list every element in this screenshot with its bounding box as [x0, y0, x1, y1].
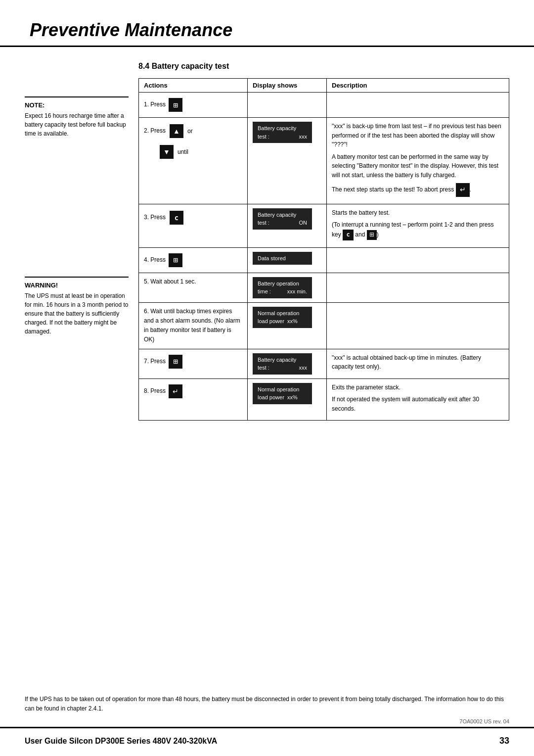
action-cell: 8. Press ↵	[139, 378, 248, 421]
grid-icon-inline: ⊞	[367, 230, 377, 240]
footer-guide-text: User Guide Silcon DP300E Series 480V 240…	[25, 737, 217, 746]
desc-cell: Starts the battery test. (To interrupt a…	[327, 204, 509, 247]
sidebar: NOTE: Expect 16 hours recharge time afte…	[25, 57, 138, 685]
instructions-table: Actions Display shows Description 1. Pre…	[138, 78, 509, 421]
action-cell: 7. Press ⊞	[139, 349, 248, 378]
table-row: 1. Press ⊞	[139, 93, 509, 118]
col-header-display: Display shows	[248, 79, 327, 93]
enter-icon: ↵	[169, 384, 182, 398]
table-row: 4. Press ⊞ Data stored	[139, 247, 509, 273]
table-row: 5. Wait about 1 sec. Battery operation t…	[139, 273, 509, 302]
c-key-icon: c	[170, 211, 183, 225]
note-block: NOTE: Expect 16 hours recharge time afte…	[25, 96, 129, 138]
display-cell: Normal operation load power xx%	[248, 302, 327, 349]
page-title-section: Preventive Maintenance	[0, 0, 534, 47]
display-badge: Normal operation load power xx%	[253, 383, 312, 404]
main-content: NOTE: Expect 16 hours recharge time afte…	[0, 57, 534, 685]
display-badge: Battery capacity test :xxx	[253, 122, 312, 143]
col-header-actions: Actions	[139, 79, 248, 93]
display-badge: Battery capacity test :xxx	[253, 353, 312, 375]
footer-text-area: If the UPS has to be taken out of operat…	[0, 685, 534, 718]
table-row: 8. Press ↵ Normal operation load power x…	[139, 378, 509, 421]
enter-icon-inline: ↵	[456, 183, 470, 197]
action-cell: 1. Press ⊞	[139, 93, 248, 118]
display-cell: Battery capacity test :xxx	[248, 118, 327, 204]
grid-icon: ⊞	[169, 355, 182, 369]
note-title: NOTE:	[25, 101, 129, 109]
display-cell: Data stored	[248, 247, 327, 273]
table-row: 2. Press ▲ or ▼ until	[139, 118, 509, 204]
grid-icon: ⊞	[169, 98, 182, 112]
warning-title: WARNING!	[25, 282, 129, 289]
desc-cell	[327, 93, 509, 118]
display-cell: Normal operation load power xx%	[248, 378, 327, 421]
arrow-down-icon: ▼	[160, 145, 174, 159]
desc-cell: "xxx" is actual obtained back-up time in…	[327, 349, 509, 378]
note-text: Expect 16 hours recharge time after a ba…	[25, 111, 129, 138]
col-header-desc: Description	[327, 79, 509, 93]
c-icon-inline: c	[343, 230, 354, 240]
desc-cell: "xxx" is back-up time from last test – i…	[327, 118, 509, 204]
footer-page-number: 33	[499, 736, 509, 746]
display-cell: Battery capacity test :xxx	[248, 349, 327, 378]
display-badge: Battery capacity test :ON	[253, 208, 312, 230]
display-badge: Normal operation load power xx%	[253, 307, 312, 328]
display-cell: Battery capacity test :ON	[248, 204, 327, 247]
footer-ref: 7OA0002 US rev. 04	[0, 718, 534, 724]
table-row: 6. Wait until backup times expires and a…	[139, 302, 509, 349]
right-content: 8.4 Battery capacity test Actions Displa…	[138, 57, 509, 685]
action-cell: 3. Press c	[139, 204, 248, 247]
page-footer: User Guide Silcon DP300E Series 480V 240…	[0, 727, 534, 756]
footer-paragraph: If the UPS has to be taken out of operat…	[25, 695, 509, 713]
action-cell: 4. Press ⊞	[139, 247, 248, 273]
display-cell	[248, 93, 327, 118]
display-cell: Battery operation time :xxx min.	[248, 273, 327, 302]
table-row: 7. Press ⊞ Battery capacity test :xxx	[139, 349, 509, 378]
grid-icon: ⊞	[169, 253, 182, 267]
display-badge: Battery operation time :xxx min.	[253, 277, 312, 298]
action-cell: 2. Press ▲ or ▼ until	[139, 118, 248, 204]
arrow-up-icon: ▲	[170, 124, 183, 138]
desc-cell	[327, 302, 509, 349]
section-title: 8.4 Battery capacity test	[138, 62, 509, 71]
action-cell: 5. Wait about 1 sec.	[139, 273, 248, 302]
desc-cell: Exits the parameter stack. If not operat…	[327, 378, 509, 421]
page-wrapper: Preventive Maintenance NOTE: Expect 16 h…	[0, 0, 534, 756]
table-row: 3. Press c Battery capacity test :ON	[139, 204, 509, 247]
page-title: Preventive Maintenance	[30, 20, 504, 41]
display-badge: Data stored	[253, 252, 312, 265]
desc-cell	[327, 273, 509, 302]
action-cell: 6. Wait until backup times expires and a…	[139, 302, 248, 349]
warning-block: WARNING! The UPS must at least be in ope…	[25, 277, 129, 336]
desc-cell	[327, 247, 509, 273]
warning-text: The UPS must at least be in operation fo…	[25, 291, 129, 336]
